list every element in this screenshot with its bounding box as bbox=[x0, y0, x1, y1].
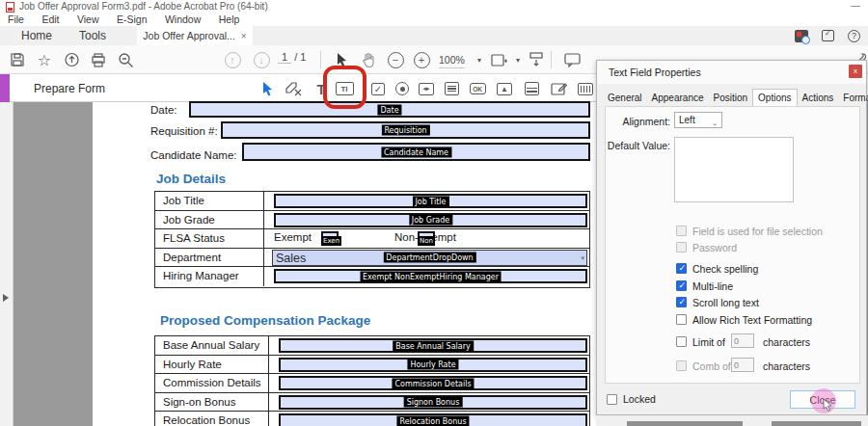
image-field-tool-icon[interactable]: ▲ bbox=[494, 78, 515, 99]
signon-bonus-field-badge: Signon Bonus bbox=[404, 397, 463, 408]
limit-characters-input[interactable]: 0 bbox=[731, 333, 754, 348]
table-row: FLSA Status Exempt Exen Non-Exempt Non bbox=[155, 229, 589, 249]
locked-checkbox[interactable] bbox=[607, 394, 617, 405]
date-field[interactable]: Date bbox=[189, 101, 590, 118]
multi-line-label: Multi-line bbox=[692, 280, 733, 292]
fit-page-icon[interactable] bbox=[490, 50, 509, 69]
default-value-textarea[interactable] bbox=[674, 137, 794, 202]
job-grade-field-badge: Job Grade bbox=[409, 215, 452, 226]
date-field-tool-icon[interactable] bbox=[521, 78, 542, 99]
scrolling-mode-icon[interactable] bbox=[527, 50, 546, 69]
combo-box-tool-icon[interactable]: ◂▸ bbox=[416, 78, 437, 99]
form-select-tool-icon[interactable] bbox=[257, 78, 278, 99]
scroll-long-text-checkbox[interactable] bbox=[676, 297, 687, 307]
job-grade-field[interactable]: Job Grade bbox=[274, 213, 587, 227]
zoom-level[interactable]: 100% bbox=[439, 54, 465, 68]
password-checkbox[interactable] bbox=[676, 242, 687, 253]
dialog-close-icon[interactable]: x bbox=[849, 65, 862, 78]
requisition-field[interactable]: Requisition bbox=[221, 121, 590, 139]
limit-checkbox[interactable] bbox=[676, 336, 687, 347]
multi-line-checkbox-row[interactable]: Multi-line bbox=[676, 280, 733, 292]
tab-appearance[interactable]: Appearance bbox=[647, 90, 709, 106]
document-cloud-sync-icon[interactable] bbox=[795, 30, 808, 42]
dropdown-arrow-icon[interactable]: ▾ bbox=[581, 254, 584, 262]
relocation-bonus-field[interactable]: Relocation Bonus bbox=[279, 413, 587, 426]
comb-checkbox[interactable] bbox=[676, 360, 687, 371]
comb-characters-input[interactable]: 0 bbox=[731, 358, 754, 372]
file-selection-checkbox-row[interactable]: Field is used for file selection bbox=[676, 225, 823, 237]
dialog-title-bar[interactable]: Text Field Properties x bbox=[597, 61, 866, 84]
base-salary-field[interactable]: Base Annual Salary bbox=[279, 338, 587, 353]
menu-view[interactable]: View bbox=[77, 13, 99, 26]
rich-text-checkbox-row[interactable]: Allow Rich Text Formatting bbox=[676, 313, 812, 326]
rich-text-checkbox[interactable] bbox=[676, 314, 687, 325]
multi-line-checkbox[interactable] bbox=[676, 280, 687, 291]
zoom-search-icon[interactable] bbox=[116, 50, 135, 69]
signon-bonus-field[interactable]: Signon Bonus bbox=[279, 395, 587, 410]
job-title-field[interactable]: Job Title bbox=[274, 194, 587, 208]
table-row: Department Sales DepartmentDropDown ▾ bbox=[155, 249, 589, 268]
check-spelling-checkbox[interactable] bbox=[676, 263, 687, 274]
edit-fields-icon[interactable] bbox=[284, 78, 305, 99]
page-indicator[interactable]: 1 / 1 bbox=[278, 51, 306, 63]
tab-position[interactable]: Position bbox=[709, 90, 753, 106]
candidate-name-field[interactable]: Candidate Name bbox=[242, 143, 590, 161]
previous-page-icon[interactable]: ↑ bbox=[223, 50, 242, 69]
tab-format[interactable]: Format bbox=[838, 90, 868, 106]
department-dropdown-field[interactable]: Sales DepartmentDropDown ▾ bbox=[272, 250, 587, 266]
help-icon[interactable]: ? bbox=[848, 30, 860, 42]
list-box-tool-icon[interactable] bbox=[441, 78, 462, 99]
comment-icon[interactable] bbox=[562, 50, 582, 69]
notifications-icon[interactable] bbox=[822, 30, 834, 41]
password-checkbox-row[interactable]: Password bbox=[676, 241, 737, 253]
barcode-tool-icon[interactable] bbox=[575, 78, 596, 99]
next-page-icon[interactable]: ↓ bbox=[252, 50, 271, 69]
menu-help[interactable]: Help bbox=[219, 13, 240, 26]
table-row: Commission Details Commission Details bbox=[155, 374, 589, 393]
print-icon[interactable] bbox=[89, 50, 108, 69]
tab-options[interactable]: Options bbox=[752, 89, 797, 106]
hiring-manager-field[interactable]: Exempt NonExemptHiring Manager bbox=[274, 269, 587, 283]
tab-actions[interactable]: Actions bbox=[798, 90, 839, 106]
page-current[interactable]: 1 bbox=[278, 51, 291, 64]
prepare-form-title: Prepare Form bbox=[34, 82, 105, 95]
tab-document[interactable]: Job Offer Approval...× bbox=[137, 26, 253, 45]
tab-general[interactable]: General bbox=[603, 90, 647, 106]
save-icon[interactable] bbox=[8, 50, 27, 69]
zoom-in-icon[interactable]: + bbox=[412, 50, 431, 69]
menu-esign[interactable]: E-Sign bbox=[117, 13, 148, 26]
scroll-long-text-checkbox-row[interactable]: Scroll long text bbox=[676, 296, 759, 308]
fit-dropdown-icon[interactable]: ▾ bbox=[508, 50, 528, 69]
left-panel-rail[interactable] bbox=[0, 102, 14, 426]
star-icon[interactable]: ☆ bbox=[35, 50, 54, 69]
button-tool-icon[interactable]: OK bbox=[467, 78, 488, 99]
menu-edit[interactable]: Edit bbox=[41, 13, 59, 26]
locked-checkbox-row[interactable]: Locked bbox=[607, 393, 656, 405]
alignment-select[interactable]: Left ⌄ bbox=[674, 112, 722, 128]
annotation-highlight-circle bbox=[323, 66, 366, 109]
comb-checkbox-row[interactable]: Comb of bbox=[676, 359, 731, 372]
check-spelling-checkbox-row[interactable]: Check spelling bbox=[676, 262, 758, 275]
signature-field-tool-icon[interactable] bbox=[548, 78, 569, 99]
minimize-icon[interactable]: — bbox=[851, 0, 860, 11]
zoom-out-icon[interactable]: − bbox=[386, 50, 405, 69]
menu-window[interactable]: Window bbox=[165, 13, 201, 26]
radio-button-tool-icon[interactable] bbox=[392, 78, 413, 99]
zoom-dropdown-icon[interactable]: ▾ bbox=[470, 50, 489, 69]
table-row: Hourly Rate Hourly Rate bbox=[155, 356, 589, 375]
commission-field[interactable]: Commission Details bbox=[279, 376, 587, 390]
checkbox-tool-icon[interactable]: ✓ bbox=[367, 78, 389, 99]
file-selection-checkbox[interactable] bbox=[676, 226, 687, 236]
hourly-rate-field[interactable]: Hourly Rate bbox=[279, 358, 587, 372]
panel-expand-icon[interactable] bbox=[3, 294, 9, 302]
share-icon[interactable] bbox=[62, 50, 81, 69]
tab-tools[interactable]: Tools bbox=[79, 26, 106, 45]
limit-checkbox-row[interactable]: Limit of bbox=[676, 335, 725, 348]
alignment-value: Left bbox=[679, 115, 695, 125]
hand-tool-icon[interactable] bbox=[359, 50, 378, 69]
menu-bar: File Edit View E-Sign Window Help bbox=[0, 13, 868, 26]
menu-file[interactable]: File bbox=[8, 13, 24, 26]
tab-close-icon[interactable]: × bbox=[241, 31, 247, 41]
tab-home[interactable]: Home bbox=[21, 26, 52, 45]
base-salary-field-badge: Base Annual Salary bbox=[393, 340, 474, 351]
